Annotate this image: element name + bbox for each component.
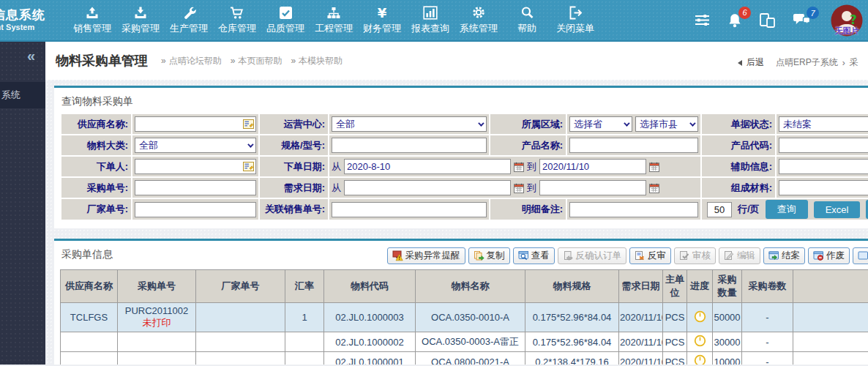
orders-toolbar: 采购异常提醒 复制 查看 反确认订单 反审 审核 编辑 结案 作废 (387, 247, 868, 264)
cell-material-spec: 0.175*52.96*84.04 (525, 332, 619, 352)
cell-material-name: OCA.0350-0003-A雷正 (416, 332, 525, 352)
calendar-icon[interactable] (514, 162, 524, 172)
void-button[interactable]: 作废 (808, 247, 850, 264)
detail-remark-input[interactable] (569, 202, 698, 217)
column-header: 物料代码 (324, 270, 416, 303)
component-material-input[interactable] (779, 180, 868, 195)
factory-number-input[interactable] (135, 202, 256, 217)
user-avatar[interactable]: ? 无图片 (830, 4, 864, 37)
page-title: 物料采购单管理 (56, 52, 148, 70)
close-case-button[interactable]: 结案 (763, 247, 805, 264)
menu-item-engineering[interactable]: 工程管理 (315, 5, 353, 35)
forum-help-link[interactable]: 点晴论坛帮助 (169, 55, 222, 67)
excel-button[interactable]: Excel (814, 201, 861, 218)
menu-item-warehouse[interactable]: 仓库管理 (218, 5, 256, 35)
filter-sliders-icon[interactable] (694, 13, 711, 27)
column-header: 厂家单号 (196, 270, 285, 303)
cell-need-date: 2020/11/10 (619, 303, 663, 332)
aux-info-input[interactable] (779, 159, 868, 174)
unconfirm-icon (563, 250, 574, 261)
order-row[interactable]: 02.JL0.1000001OCA.0800-0021-A0.2*138.4*1… (61, 352, 868, 365)
po-number-input[interactable] (135, 180, 256, 195)
notifications-bell-icon[interactable]: 6 (727, 12, 743, 29)
wrench-icon (182, 5, 196, 20)
cell-factory-number (196, 352, 285, 365)
city-select[interactable]: 选择市县 (635, 116, 698, 132)
app-logo-cn: 理信息系统 (0, 8, 67, 23)
messages-chat-icon[interactable]: 7 (793, 12, 811, 28)
menu-item-close-menu[interactable]: 关闭菜单 (556, 5, 594, 35)
calendar-icon[interactable] (649, 183, 659, 193)
order-row[interactable]: 02.JL0.1000002OCA.0350-0003-A雷正0.175*52.… (61, 332, 868, 352)
page-help-link[interactable]: 本页面帮助 (238, 55, 282, 67)
module-help-link[interactable]: 本模块帮助 (299, 55, 343, 67)
material-category-select[interactable]: 全部 (135, 138, 256, 153)
op-center-select[interactable]: 全部 (332, 116, 487, 132)
audit-button[interactable]: 审核 (674, 247, 716, 264)
order-row[interactable]: TCLFGSPURC2011002未打印102.JL0.1000003OCA.0… (61, 303, 868, 332)
menu-item-finance[interactable]: ¥ 财务管理 (363, 5, 401, 35)
menu-item-help[interactable]: 帮助 (508, 5, 546, 35)
cell-need-date: 2020/11/10 (619, 332, 663, 352)
page-size-input[interactable] (707, 202, 732, 217)
breadcrumb-root[interactable]: 点晴ERP子系统 (776, 56, 838, 69)
product-code-input[interactable] (779, 138, 868, 153)
order-date-from-input[interactable] (344, 159, 511, 174)
cell-roll-count: - (742, 352, 793, 365)
purchase-alert-button[interactable]: 采购异常提醒 (387, 247, 465, 264)
menu-item-purchase[interactable]: 采购管理 (121, 5, 160, 35)
chat-badge: 7 (807, 7, 819, 19)
related-sales-number-input[interactable] (332, 202, 487, 217)
devices-icon[interactable] (759, 12, 777, 29)
progress-clock-icon (694, 358, 706, 365)
lookup-icon[interactable] (243, 162, 254, 171)
calendar-icon[interactable] (514, 183, 524, 193)
copy-button[interactable]: 复制 (468, 247, 510, 264)
cell-supplier (61, 352, 118, 365)
query-panel: 查询物料采购单 供应商名称: 运营中心: 全部 所属区域: 选择省 选择市县 单… (54, 86, 868, 228)
lookup-icon[interactable] (243, 119, 254, 129)
orders-table-header: 供应商名称采购单号厂家单号汇率物料代码物料名称物料规格需求日期主单位进度采购数量… (61, 270, 868, 303)
product-name-input[interactable] (569, 138, 698, 153)
cell-material-spec: 0.2*138.4*179.16 (525, 352, 619, 365)
province-select[interactable]: 选择省 (569, 116, 632, 132)
topbar: 理信息系统 gment System 销售管理 采购管理 生产管理 仓库管理 品… (0, 0, 868, 42)
menu-item-sales[interactable]: 销售管理 (73, 5, 111, 35)
menu-item-system[interactable]: 系统管理 (460, 5, 498, 35)
menu-item-reports[interactable]: 报表查询 (411, 5, 449, 35)
need-date-from-input[interactable] (344, 180, 511, 195)
sidebar-item-system[interactable]: 系统 (0, 82, 45, 108)
cell-material-code: 02.JL0.1000003 (324, 303, 416, 332)
status-select[interactable]: 未结案 (779, 116, 868, 132)
top-menu: 销售管理 采购管理 生产管理 仓库管理 品质管理 工程管理 ¥ 财务管理 报表查 (73, 5, 594, 35)
query-panel-title: 查询物料采购单 (60, 92, 868, 113)
order-date-to-input[interactable] (539, 159, 646, 174)
cell-filler (793, 352, 868, 365)
menu-item-quality[interactable]: 品质管理 (266, 5, 304, 35)
not-printed-flag: 未打印 (119, 316, 195, 329)
cell-progress (687, 352, 713, 365)
query-button[interactable]: 查询 (766, 200, 808, 219)
supplier-name-input[interactable] (135, 116, 256, 132)
cell-purchase-qty: 10000 (713, 352, 742, 365)
edit-button[interactable]: 编辑 (719, 247, 760, 264)
cell-exchange-rate (285, 352, 324, 365)
toolbar-extra-button[interactable] (853, 247, 868, 264)
need-date-to-input[interactable] (539, 180, 646, 195)
menu-item-production[interactable]: 生产管理 (170, 5, 208, 35)
calendar-icon[interactable] (649, 162, 659, 172)
spec-model-input[interactable] (332, 138, 487, 153)
cell-progress (687, 332, 713, 352)
cell-unit: PCS (663, 332, 687, 352)
view-button[interactable]: 查看 (513, 247, 555, 264)
chevron-down-icon (478, 120, 484, 126)
unconfirm-order-button[interactable]: 反确认订单 (558, 247, 627, 264)
counter-audit-button[interactable]: 反审 (629, 247, 671, 264)
edit-icon (724, 250, 735, 261)
extra-icon (858, 250, 868, 261)
back-link[interactable]: 后退 (747, 56, 764, 69)
sidebar-collapse-button[interactable]: « (0, 42, 45, 69)
audit-icon (679, 250, 690, 261)
cell-material-code: 02.JL0.1000001 (324, 352, 416, 365)
orderer-input[interactable] (135, 159, 256, 174)
